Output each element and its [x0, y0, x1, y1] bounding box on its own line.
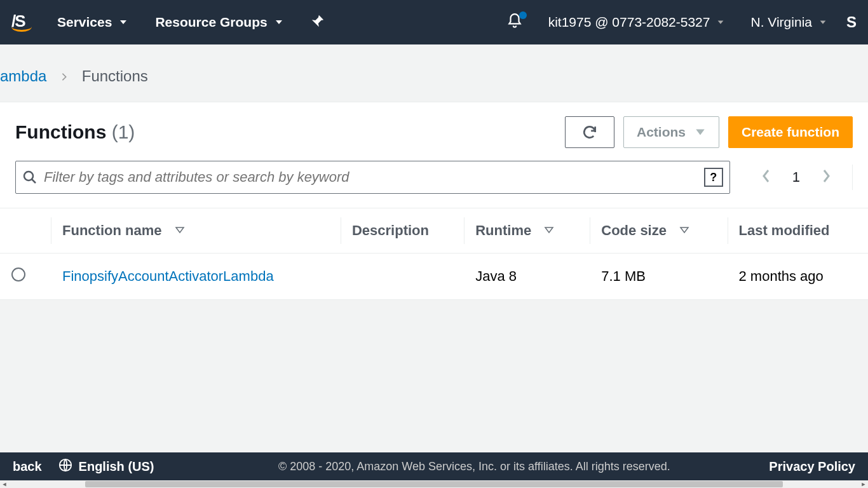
resource-groups-menu[interactable]: Resource Groups [155, 15, 283, 30]
resource-groups-label: Resource Groups [155, 15, 267, 30]
functions-table: Function name Description Runtime Code s… [0, 208, 868, 299]
search-help-button[interactable]: ? [704, 168, 723, 187]
cell-code-size: 7.1 MB [590, 254, 727, 300]
title-text: Functions [15, 121, 106, 142]
col-code-size[interactable]: Code size [590, 208, 727, 254]
page-title: Functions (1) [15, 121, 135, 143]
support-menu-partial[interactable]: S [846, 13, 857, 31]
region-menu[interactable]: N. Virginia [750, 15, 827, 30]
col-last-modified[interactable]: Last modified [728, 208, 868, 254]
col-name-label: Function name [62, 222, 161, 238]
panel-header: Functions (1) Actions Create function [15, 116, 853, 148]
sort-icon [544, 222, 554, 239]
notifications-button[interactable] [506, 13, 523, 32]
table-header-row: Function name Description Runtime Code s… [0, 208, 868, 254]
create-function-label: Create function [742, 125, 839, 140]
search-input[interactable] [37, 169, 704, 186]
chevron-left-icon [761, 168, 772, 184]
col-description[interactable]: Description [341, 208, 464, 254]
search-pager-row: ? 1 [15, 161, 853, 194]
breadcrumb-lambda-link[interactable]: ambda [0, 67, 46, 85]
actions-label: Actions [637, 125, 686, 140]
cell-last-modified: 2 months ago [728, 254, 868, 300]
notification-dot [519, 11, 527, 19]
col-modified-label: Last modified [739, 222, 830, 238]
row-select-radio[interactable] [11, 268, 25, 281]
create-function-button[interactable]: Create function [728, 116, 853, 148]
svg-point-0 [24, 172, 33, 180]
pin-icon[interactable] [311, 14, 325, 31]
next-page-button[interactable] [813, 168, 839, 186]
refresh-icon [581, 124, 598, 140]
account-menu[interactable]: kit1975 @ 0773-2082-5327 [548, 15, 726, 30]
services-menu[interactable]: Services [57, 15, 128, 30]
title-count: (1) [112, 121, 135, 142]
pager-divider [852, 165, 853, 190]
region-label: N. Virginia [750, 15, 812, 30]
account-label: kit1975 @ 0773-2082-5327 [548, 15, 710, 30]
breadcrumb: ambda Functions [0, 44, 868, 102]
col-runtime[interactable]: Runtime [464, 208, 590, 254]
chevron-right-icon [820, 168, 832, 184]
search-icon [22, 170, 37, 185]
chevron-right-icon [60, 67, 73, 85]
chevron-down-icon [118, 17, 128, 27]
sort-icon [679, 222, 689, 239]
page-number: 1 [792, 169, 800, 186]
col-function-name[interactable]: Function name [51, 208, 341, 254]
search-box[interactable]: ? [15, 161, 730, 194]
services-label: Services [57, 15, 112, 30]
actions-button[interactable]: Actions [623, 116, 719, 148]
aws-logo[interactable]: /S [11, 13, 32, 32]
refresh-button[interactable] [565, 116, 614, 148]
functions-panel: Functions (1) Actions Create function ? … [0, 102, 868, 300]
col-size-label: Code size [601, 222, 667, 238]
sort-icon [175, 222, 185, 239]
chevron-down-icon [818, 18, 827, 27]
chevron-down-icon [274, 17, 284, 27]
top-nav-bar: /S Services Resource Groups kit1975 @ 07… [0, 0, 868, 44]
pagination: 1 [753, 165, 853, 190]
breadcrumb-current: Functions [82, 67, 148, 85]
col-runtime-label: Runtime [475, 222, 531, 238]
chevron-down-icon [716, 18, 725, 27]
cell-description [341, 254, 464, 300]
prev-page-button[interactable] [753, 168, 780, 186]
caret-down-icon [695, 126, 706, 138]
function-name-link[interactable]: FinopsifyAccountActivatorLambda [62, 268, 274, 284]
col-desc-label: Description [352, 222, 429, 238]
table-row[interactable]: FinopsifyAccountActivatorLambda Java 8 7… [0, 254, 868, 300]
cell-runtime: Java 8 [464, 254, 590, 300]
